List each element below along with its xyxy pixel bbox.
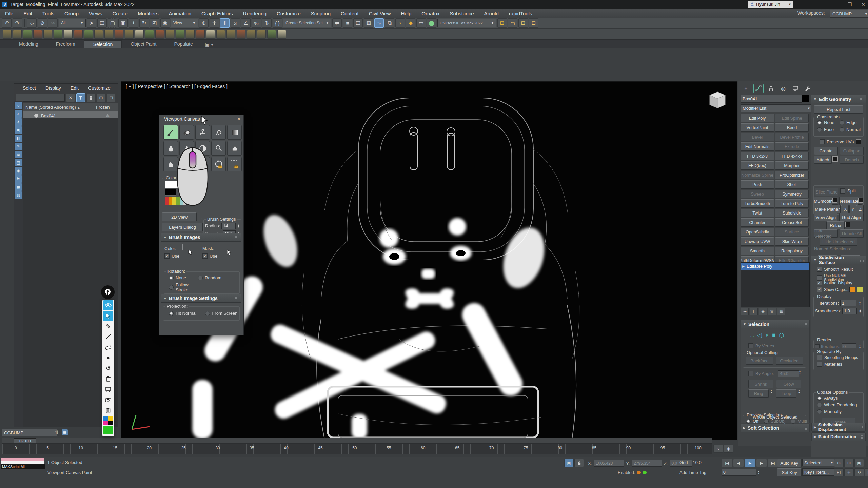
brush-images-header[interactable]: ▼Brush Images: [161, 233, 241, 242]
grow-button[interactable]: Grow: [776, 380, 801, 388]
modifier-set-button[interactable]: Morpher: [775, 161, 809, 170]
expand-tree-icon[interactable]: ⊞: [97, 93, 105, 102]
plugin-tool-icon[interactable]: [115, 30, 123, 39]
attach-settings-icon[interactable]: [832, 156, 838, 162]
screenshot-camera-icon[interactable]: [103, 395, 113, 405]
modifier-set-button[interactable]: ProOptimizer: [775, 171, 809, 179]
edge-subobject-icon[interactable]: ◁: [757, 332, 762, 339]
explorer-search-input[interactable]: [16, 94, 65, 102]
smooth-result-checkbox[interactable]: Smooth Result: [817, 267, 853, 272]
rotation-option[interactable]: Follow Stroke: [169, 282, 198, 292]
frozen-column-header[interactable]: Frozen: [94, 105, 118, 110]
use-mask-checkbox[interactable]: Use: [202, 253, 217, 259]
modifier-set-button[interactable]: Unwrap UVW: [741, 237, 774, 246]
modifier-set-button[interactable]: VertexPaint: [741, 123, 774, 132]
name-column-header[interactable]: Name (Sorted Ascending) ▲: [23, 105, 94, 110]
panel-close-icon[interactable]: ✕: [237, 116, 241, 122]
plugin-tool-icon[interactable]: [125, 30, 134, 39]
spinner-icon[interactable]: [237, 224, 240, 228]
pencil-tool-icon[interactable]: ✎: [103, 321, 113, 331]
display-smoothness-field[interactable]: 1.0: [842, 308, 857, 314]
ribbon-tab[interactable]: Populate: [165, 40, 201, 48]
plugin-tool-icon[interactable]: [13, 30, 22, 39]
modifier-set-button[interactable]: Edit Spline: [775, 114, 809, 122]
undo-icon[interactable]: ↶: [2, 18, 12, 28]
split-checkbox[interactable]: Split: [840, 188, 856, 194]
modifier-set-button[interactable]: Chamfer: [741, 218, 774, 227]
constraint-option[interactable]: Normal: [840, 127, 862, 132]
selected-filter-dropdown[interactable]: Selected▼: [802, 459, 835, 466]
by-angle-checkbox[interactable]: By Angle:: [748, 371, 774, 376]
menu-item[interactable]: Edit: [18, 9, 37, 18]
curve-editor-icon[interactable]: ∿: [374, 18, 384, 28]
menu-item[interactable]: Civil View: [364, 9, 396, 18]
plugin-tool-icon[interactable]: [206, 30, 215, 39]
attach-button[interactable]: Attach: [814, 156, 832, 164]
render-setup-icon[interactable]: ◆: [406, 18, 415, 28]
select-layer-tool[interactable]: [227, 157, 242, 171]
bind-spacewarp-icon[interactable]: ≋: [48, 18, 58, 28]
plugin-tool-icon[interactable]: [94, 30, 103, 39]
display-tab-icon[interactable]: [791, 84, 800, 93]
planar-z-button[interactable]: Z: [857, 205, 864, 213]
menu-item[interactable]: Substance: [445, 9, 479, 18]
occluded-button[interactable]: Occluded: [776, 357, 803, 365]
cage-color-swatch-2[interactable]: [857, 287, 863, 292]
menu-item[interactable]: Ornatrix: [416, 9, 445, 18]
modifier-set-button[interactable]: Bevel: [741, 133, 774, 141]
plugin-tool-icon[interactable]: [104, 30, 113, 39]
plugin-tool-icon[interactable]: [226, 30, 235, 39]
filter-icon[interactable]: [76, 93, 85, 102]
modifier-set-button[interactable]: CreaseSet: [775, 218, 809, 227]
scene-explorer-menu-item[interactable]: Customize: [84, 85, 115, 91]
open-mini-curve-editor-icon[interactable]: ∿: [713, 445, 723, 453]
reference-coordinate-dropdown[interactable]: View▼: [171, 19, 198, 27]
display-groups-icon[interactable]: ▤: [15, 159, 22, 166]
collapse-button[interactable]: Collapse: [840, 147, 864, 155]
show-end-result-icon[interactable]: ‖: [750, 308, 758, 315]
annotation-pen-logo[interactable]: [101, 285, 115, 299]
cage-color-swatch-1[interactable]: [849, 287, 855, 292]
modifier-set-button[interactable]: Extrude: [775, 142, 809, 151]
select-by-name-icon[interactable]: ▤: [97, 18, 107, 28]
rotate-layer-tool[interactable]: [211, 157, 226, 171]
select-move-icon[interactable]: +: [129, 18, 138, 28]
field-of-view-icon[interactable]: ◱: [834, 468, 844, 476]
menu-item[interactable]: rapidTools: [504, 9, 537, 18]
zoom-all-icon[interactable]: ⊞: [844, 459, 854, 467]
planar-y-button[interactable]: Y: [849, 205, 856, 213]
menu-item[interactable]: Scripting: [306, 9, 336, 18]
display-iterations-field[interactable]: 1: [840, 300, 856, 306]
time-slider-handle[interactable]: 0 / 100: [14, 438, 36, 443]
plugin-tool-icon[interactable]: [277, 30, 286, 39]
plugin-tool-icon[interactable]: [54, 30, 62, 39]
menu-item[interactable]: File: [0, 9, 18, 18]
render-frame-icon[interactable]: ▭: [416, 18, 426, 28]
motion-tab-icon[interactable]: ◎: [778, 84, 788, 93]
msmooth-button[interactable]: MSmooth: [814, 197, 832, 205]
projection-option[interactable]: From Screen: [205, 311, 237, 316]
make-planar-button[interactable]: Make Planar: [814, 205, 841, 213]
edit-geometry-header[interactable]: ▼Edit Geometry: [811, 95, 866, 103]
whiteboard-icon[interactable]: [103, 384, 113, 394]
preserve-uvs-settings-icon[interactable]: [856, 139, 861, 144]
smudge-tool[interactable]: [227, 141, 242, 156]
by-vertex-checkbox[interactable]: By Vertex: [748, 343, 774, 348]
project-path-dropdown[interactable]: C:\Users\JI...ds Max 2022▼: [437, 19, 496, 27]
rectangular-selection-icon[interactable]: ▢: [108, 18, 117, 28]
menu-item[interactable]: Views: [84, 9, 107, 18]
grid-align-button[interactable]: Grid Align: [839, 213, 864, 221]
modifier-set-button[interactable]: Bevel Profile: [775, 133, 809, 141]
plugin-tool-icon[interactable]: [176, 30, 184, 39]
utilities-tab-icon[interactable]: [803, 84, 812, 93]
update-option[interactable]: When Rendering: [817, 402, 857, 407]
undo-icon[interactable]: ↺: [103, 363, 113, 373]
go-to-start-icon[interactable]: |◀: [722, 459, 732, 467]
plugin-tool-icon[interactable]: [237, 30, 245, 39]
select-object-icon[interactable]: ➤: [87, 18, 96, 28]
modifier-set-button[interactable]: Smooth: [741, 247, 774, 255]
soft-selection-header[interactable]: ▶Soft Selection: [741, 424, 809, 432]
maxscript-mini-listener[interactable]: MAXScript Mi: [1, 464, 45, 469]
gradient-tool[interactable]: [227, 125, 242, 140]
element-subobject-icon[interactable]: ⬡: [779, 332, 784, 339]
